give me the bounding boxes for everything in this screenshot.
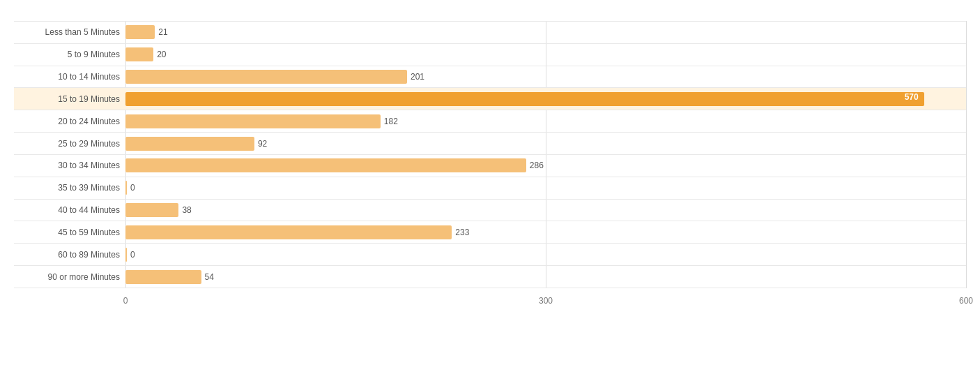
- bar-value: 20: [157, 50, 166, 59]
- bar-value: 0: [130, 250, 135, 260]
- bar-row: 5 to 9 Minutes20: [14, 43, 966, 66]
- bar-fill: [125, 47, 153, 61]
- chart-area: Less than 5 Minutes215 to 9 Minutes2010 …: [14, 21, 966, 309]
- bar-value: 21: [158, 27, 167, 37]
- bar-label: 25 to 29 Minutes: [14, 139, 125, 149]
- bar-value: 233: [455, 228, 469, 237]
- bar-label: 35 to 39 Minutes: [14, 183, 125, 193]
- bar-track: 201: [125, 66, 966, 88]
- x-tick-300: 300: [539, 296, 553, 306]
- chart-container: Less than 5 Minutes215 to 9 Minutes2010 …: [0, 0, 980, 365]
- bar-label: 20 to 24 Minutes: [14, 117, 125, 126]
- bar-label: 30 to 34 Minutes: [14, 161, 125, 170]
- grid-line-600: [966, 21, 967, 288]
- bar-track: 286: [125, 155, 966, 177]
- bar-row: 90 or more Minutes54: [14, 265, 966, 288]
- bar-label: 5 to 9 Minutes: [14, 50, 125, 59]
- bar-fill: [125, 225, 452, 239]
- bar-label: 10 to 14 Minutes: [14, 72, 125, 82]
- bar-row: 15 to 19 Minutes570: [14, 87, 966, 110]
- bar-track: 182: [125, 110, 966, 132]
- x-axis: 0 300 600: [125, 288, 966, 309]
- bar-fill: [125, 114, 381, 128]
- bar-label: 15 to 19 Minutes: [14, 94, 125, 104]
- bar-row: 40 to 44 Minutes38: [14, 199, 966, 221]
- bar-row: 30 to 34 Minutes286: [14, 154, 966, 177]
- bar-track: 570: [125, 88, 966, 110]
- bar-value: 201: [411, 72, 424, 82]
- bar-fill: [125, 203, 178, 217]
- bar-row: Less than 5 Minutes21: [14, 21, 966, 43]
- bar-row: 10 to 14 Minutes201: [14, 66, 966, 88]
- bar-fill: [125, 158, 526, 172]
- bar-value: 54: [205, 272, 214, 282]
- bar-row: 25 to 29 Minutes92: [14, 132, 966, 154]
- bar-track: 92: [125, 133, 966, 154]
- bar-fill: [125, 25, 155, 39]
- bar-fill: [125, 70, 407, 84]
- bar-track: 20: [125, 44, 966, 66]
- x-tick-0: 0: [123, 296, 128, 306]
- bar-value: 570: [905, 92, 919, 102]
- bar-label: 45 to 59 Minutes: [14, 228, 125, 237]
- bar-value: 0: [130, 183, 135, 193]
- bar-label: 60 to 89 Minutes: [14, 250, 125, 260]
- bar-track: 54: [125, 266, 966, 288]
- bar-value: 92: [258, 139, 267, 149]
- bar-fill: [125, 137, 254, 151]
- bar-row: 45 to 59 Minutes233: [14, 221, 966, 243]
- bar-track: 21: [125, 22, 966, 43]
- bar-label: 40 to 44 Minutes: [14, 205, 125, 215]
- bars-section: Less than 5 Minutes215 to 9 Minutes2010 …: [14, 21, 966, 288]
- bar-track: 0: [125, 244, 966, 265]
- bar-row: 60 to 89 Minutes0: [14, 243, 966, 265]
- bar-label: Less than 5 Minutes: [14, 27, 125, 37]
- bar-track: 233: [125, 221, 966, 243]
- bar-track: 0: [125, 177, 966, 199]
- bar-fill: 570: [125, 92, 924, 106]
- bar-fill: [125, 270, 201, 284]
- bar-label: 90 or more Minutes: [14, 272, 125, 282]
- x-tick-600: 600: [959, 296, 973, 306]
- bar-fill: [125, 181, 127, 195]
- bar-row: 35 to 39 Minutes0: [14, 177, 966, 199]
- bar-fill: [125, 248, 127, 262]
- bar-track: 38: [125, 200, 966, 221]
- bar-value: 182: [384, 117, 398, 126]
- bar-value: 38: [182, 205, 191, 215]
- bar-row: 20 to 24 Minutes182: [14, 110, 966, 132]
- bar-value: 286: [530, 161, 544, 170]
